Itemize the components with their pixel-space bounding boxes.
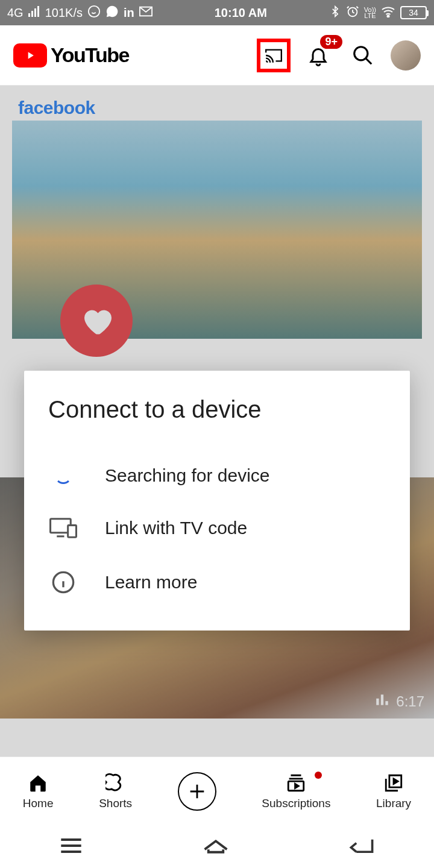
svg-rect-11 [386, 701, 388, 705]
nav-library[interactable]: Library [376, 773, 411, 810]
svg-rect-13 [68, 525, 77, 537]
cast-dialog: Connect to a device Searching for device… [24, 371, 410, 631]
net-speed: 101K/s [45, 6, 83, 20]
nav-create[interactable] [178, 772, 216, 811]
youtube-logo[interactable]: YouTube [13, 43, 129, 68]
info-icon [48, 570, 78, 594]
nav-subscriptions[interactable]: Subscriptions [262, 773, 330, 810]
bottom-nav: Home Shorts Subscriptions Library [0, 756, 434, 826]
system-nav [0, 826, 434, 868]
volte-icon: Vo)) LTE [364, 7, 376, 19]
svg-rect-0 [28, 13, 30, 17]
search-button[interactable] [346, 39, 380, 72]
svg-rect-2 [34, 8, 36, 17]
heart-reaction-icon [60, 285, 133, 357]
back-button[interactable] [348, 837, 375, 857]
spinner-icon [55, 467, 72, 484]
link-tv-code-row[interactable]: Link with TV code [48, 502, 386, 555]
network-type: 4G [7, 6, 24, 20]
battery-icon: 34 [400, 6, 427, 19]
subscription-dot [315, 772, 322, 779]
nav-shorts[interactable]: Shorts [99, 773, 132, 810]
svg-rect-1 [31, 11, 33, 17]
alarm-icon [346, 5, 359, 21]
svg-point-4 [89, 5, 99, 16]
whatsapp-icon [87, 5, 101, 21]
bluetooth-icon [329, 5, 341, 21]
feed: facebook ⋮ 6:17 Connect to a device Sear… [0, 86, 434, 756]
svg-rect-10 [381, 694, 383, 705]
nav-home[interactable]: Home [23, 773, 54, 810]
signal-icon [28, 6, 40, 20]
home-button[interactable] [202, 837, 230, 857]
notifications-button[interactable]: 9+ [301, 39, 335, 72]
app-bar: YouTube 9+ [0, 25, 434, 86]
clock: 10:10 AM [215, 6, 267, 20]
recent-apps-button[interactable] [59, 837, 83, 857]
cast-button[interactable] [257, 39, 291, 72]
searching-row: Searching for device [48, 450, 386, 502]
svg-point-8 [354, 46, 368, 60]
learn-more-row[interactable]: Learn more [48, 555, 386, 610]
plus-icon [178, 772, 216, 811]
svg-point-7 [388, 15, 389, 17]
notification-badge: 9+ [320, 35, 342, 49]
svg-rect-9 [377, 699, 379, 705]
sponsor-label: facebook [0, 86, 434, 121]
dialog-title: Connect to a device [48, 396, 386, 423]
mail-icon [139, 6, 153, 20]
wifi-icon [381, 5, 395, 20]
brand-text: YouTube [51, 43, 129, 67]
svg-rect-3 [37, 6, 39, 17]
linkedin-icon: in [124, 6, 134, 20]
equalizer-icon [374, 692, 390, 711]
video-duration: 6:17 [374, 692, 424, 711]
ad-thumbnail[interactable] [12, 121, 422, 339]
status-bar: 4G 101K/s in 10:10 AM Vo)) LTE 34 [0, 0, 434, 25]
avatar[interactable] [391, 40, 421, 71]
chat-icon [105, 5, 119, 21]
devices-icon [48, 517, 78, 539]
